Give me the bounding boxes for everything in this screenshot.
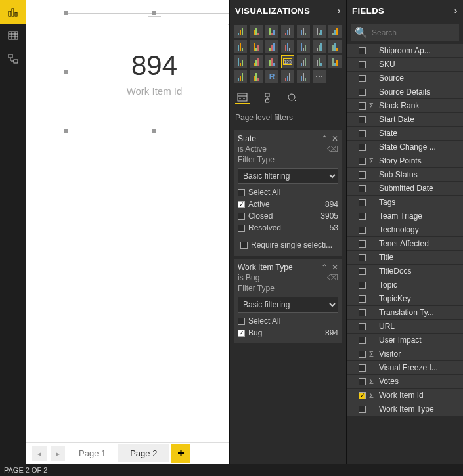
viz-type-table[interactable] — [234, 70, 247, 83]
viz-type-custom[interactable] — [297, 70, 310, 83]
viz-type-funnel[interactable] — [250, 55, 263, 68]
single-selection-row[interactable]: Require single selecti... — [238, 238, 338, 252]
filter-type-select[interactable]: Basic filtering — [238, 297, 338, 313]
field-checkbox[interactable] — [359, 309, 366, 316]
field-item[interactable]: State — [347, 127, 463, 141]
page-tab[interactable]: Page 2 — [118, 444, 169, 462]
filter-option-row[interactable]: Active894 — [238, 198, 338, 210]
viz-type-r-visual[interactable]: R — [265, 70, 278, 83]
field-checkbox[interactable] — [359, 378, 366, 385]
checkbox[interactable] — [238, 330, 245, 337]
viz-type-donut[interactable] — [297, 40, 310, 53]
field-checkbox[interactable] — [359, 254, 366, 261]
field-checkbox[interactable] — [359, 351, 366, 358]
page-prev-button[interactable]: ◂ — [32, 446, 47, 461]
field-item[interactable]: ΣWork Item Id — [347, 389, 463, 402]
viz-type-area[interactable] — [313, 25, 326, 38]
viz-type-ribbon[interactable] — [234, 40, 247, 53]
field-item[interactable]: Topic — [347, 278, 463, 292]
format-tab[interactable] — [260, 91, 275, 104]
field-checkbox[interactable] — [359, 227, 366, 234]
field-checkbox[interactable] — [359, 116, 366, 123]
field-checkbox[interactable] — [359, 130, 366, 137]
field-item[interactable]: Start Date — [347, 113, 463, 127]
viz-type-arcgis[interactable] — [281, 70, 294, 83]
fields-search[interactable]: 🔍 — [351, 24, 459, 41]
field-checkbox[interactable] — [359, 364, 366, 372]
checkbox[interactable] — [238, 225, 245, 232]
field-checkbox[interactable] — [359, 282, 366, 289]
viz-type-filled-map[interactable] — [234, 55, 247, 68]
field-checkbox[interactable] — [359, 89, 366, 96]
field-item[interactable]: State Change ... — [347, 141, 463, 154]
field-item[interactable]: SKU — [347, 58, 463, 72]
viz-type-matrix[interactable] — [250, 70, 263, 83]
field-item[interactable]: URL — [347, 320, 463, 334]
viz-type-clustered-bar[interactable] — [250, 25, 263, 38]
checkbox[interactable] — [238, 318, 245, 325]
viz-type-line[interactable] — [297, 25, 310, 38]
page-tab[interactable]: Page 1 — [67, 444, 118, 462]
remove-filter-icon[interactable]: ✕ — [332, 263, 338, 272]
card-visual[interactable]: ⋯ 894 Work Item Id — [66, 13, 229, 131]
resize-handle[interactable] — [64, 70, 68, 74]
filter-option-row[interactable]: Select All — [238, 186, 338, 198]
viz-type-multi-card[interactable] — [297, 55, 310, 68]
report-canvas[interactable]: ⋯ 894 Work Item Id — [26, 0, 229, 442]
field-item[interactable]: Visual Freeze I... — [347, 361, 463, 375]
field-checkbox[interactable] — [359, 158, 366, 165]
page-next-button[interactable]: ▸ — [51, 446, 65, 461]
field-checkbox[interactable] — [359, 406, 366, 413]
field-item[interactable]: Work Item Type — [347, 402, 463, 416]
viz-type-treemap[interactable] — [313, 40, 326, 53]
viz-type-more[interactable]: ⋯ — [313, 70, 326, 83]
field-checkbox[interactable] — [359, 337, 366, 344]
field-item[interactable]: User Impact — [347, 334, 463, 347]
field-item[interactable]: Technology — [347, 223, 463, 237]
field-item[interactable]: Title — [347, 251, 463, 265]
field-item[interactable]: Shiproom Ap... — [347, 44, 463, 58]
collapse-filter-icon[interactable]: ⌃ — [321, 134, 328, 143]
field-item[interactable]: Tags — [347, 196, 463, 209]
field-item[interactable]: ΣVisitor — [347, 347, 463, 361]
checkbox[interactable] — [238, 213, 245, 220]
filter-type-select[interactable]: Basic filtering — [238, 168, 338, 184]
checkbox[interactable] — [238, 201, 245, 208]
field-checkbox[interactable] — [359, 47, 366, 54]
field-checkbox[interactable] — [359, 240, 366, 248]
viz-type-gauge[interactable] — [265, 55, 278, 68]
field-checkbox[interactable] — [359, 268, 366, 275]
resize-handle[interactable] — [64, 129, 68, 133]
viz-type-slicer[interactable] — [328, 55, 342, 68]
field-item[interactable]: Source Details — [347, 85, 463, 99]
resize-handle[interactable] — [152, 11, 156, 15]
field-checkbox[interactable] — [359, 392, 366, 399]
field-item[interactable]: ΣStory Points — [347, 154, 463, 168]
viz-type-card[interactable]: 123 — [281, 55, 294, 68]
field-item[interactable]: Source — [347, 72, 463, 85]
field-checkbox[interactable] — [359, 295, 366, 303]
field-item[interactable]: TopicKey — [347, 292, 463, 306]
field-checkbox[interactable] — [359, 75, 366, 82]
field-item[interactable]: Sub Status — [347, 168, 463, 182]
filter-option-row[interactable]: Closed3905 — [238, 210, 338, 222]
fields-header[interactable]: FIELDS › — [347, 0, 463, 21]
viz-type-map[interactable] — [328, 40, 342, 53]
field-checkbox[interactable] — [359, 61, 366, 68]
filter-option-row[interactable]: Resolved53 — [238, 222, 338, 234]
add-page-button[interactable]: + — [171, 444, 190, 463]
checkbox[interactable] — [240, 242, 248, 249]
analytics-tab[interactable] — [285, 91, 299, 104]
field-item[interactable]: TitleDocs — [347, 265, 463, 278]
clear-filter-icon[interactable]: ⌫ — [327, 273, 338, 282]
viz-type-waterfall[interactable] — [250, 40, 263, 53]
field-checkbox[interactable] — [359, 185, 366, 192]
resize-handle[interactable] — [152, 129, 156, 133]
filter-option-row[interactable]: Select All — [238, 315, 338, 327]
viz-type-kpi[interactable] — [313, 55, 326, 68]
drag-handle[interactable] — [148, 16, 161, 19]
checkbox[interactable] — [238, 189, 245, 196]
data-view-button[interactable] — [0, 24, 26, 47]
viz-type-stacked-bar[interactable] — [234, 25, 247, 38]
field-item[interactable]: Submitted Date — [347, 182, 463, 196]
